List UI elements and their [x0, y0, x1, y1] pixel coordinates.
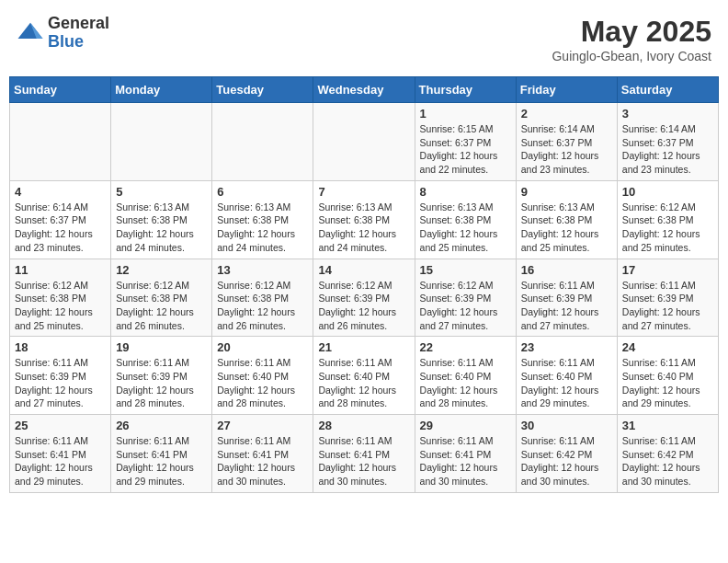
calendar-cell: 16Sunrise: 6:11 AM Sunset: 6:39 PM Dayli… [516, 259, 617, 337]
day-info: Sunrise: 6:11 AM Sunset: 6:41 PM Dayligh… [217, 434, 308, 488]
day-number: 11 [15, 263, 106, 277]
calendar-cell: 26Sunrise: 6:11 AM Sunset: 6:41 PM Dayli… [111, 415, 212, 493]
calendar-cell: 5Sunrise: 6:13 AM Sunset: 6:38 PM Daylig… [111, 180, 212, 259]
calendar-cell: 29Sunrise: 6:11 AM Sunset: 6:41 PM Dayli… [415, 415, 516, 493]
calendar-cell: 27Sunrise: 6:11 AM Sunset: 6:41 PM Dayli… [212, 415, 313, 493]
day-info: Sunrise: 6:13 AM Sunset: 6:38 PM Dayligh… [420, 201, 511, 255]
day-info: Sunrise: 6:11 AM Sunset: 6:42 PM Dayligh… [521, 434, 612, 488]
day-number: 1 [420, 107, 511, 121]
weekday-header: Saturday [617, 77, 718, 103]
weekday-header: Monday [111, 77, 212, 103]
logo-text: General Blue [48, 15, 109, 52]
calendar-cell [10, 103, 111, 181]
day-info: Sunrise: 6:12 AM Sunset: 6:38 PM Dayligh… [116, 279, 207, 333]
calendar-cell [212, 103, 313, 181]
day-number: 5 [116, 185, 207, 199]
calendar-week-row: 25Sunrise: 6:11 AM Sunset: 6:41 PM Dayli… [10, 415, 719, 493]
day-number: 23 [521, 340, 612, 354]
day-number: 13 [217, 263, 308, 277]
calendar-cell: 1Sunrise: 6:15 AM Sunset: 6:37 PM Daylig… [415, 103, 516, 181]
day-info: Sunrise: 6:11 AM Sunset: 6:41 PM Dayligh… [420, 434, 511, 488]
day-number: 29 [420, 419, 511, 432]
logo-general-text: General [48, 15, 109, 33]
calendar-cell: 30Sunrise: 6:11 AM Sunset: 6:42 PM Dayli… [516, 415, 617, 493]
calendar-cell: 4Sunrise: 6:14 AM Sunset: 6:37 PM Daylig… [10, 180, 111, 259]
calendar-cell: 21Sunrise: 6:11 AM Sunset: 6:40 PM Dayli… [313, 337, 415, 415]
day-number: 8 [420, 185, 511, 199]
title-block: May 2025 Guinglo-Gbean, Ivory Coast [552, 15, 711, 63]
logo: General Blue [17, 15, 109, 52]
day-number: 12 [116, 263, 207, 277]
calendar-week-row: 18Sunrise: 6:11 AM Sunset: 6:39 PM Dayli… [10, 337, 719, 415]
calendar-cell: 2Sunrise: 6:14 AM Sunset: 6:37 PM Daylig… [516, 103, 617, 181]
day-number: 14 [318, 263, 409, 277]
day-number: 26 [116, 419, 207, 432]
page-header: General Blue May 2025 Guinglo-Gbean, Ivo… [9, 9, 719, 69]
day-number: 6 [217, 185, 308, 199]
calendar-cell: 11Sunrise: 6:12 AM Sunset: 6:38 PM Dayli… [10, 259, 111, 337]
calendar-cell: 3Sunrise: 6:14 AM Sunset: 6:37 PM Daylig… [617, 103, 718, 181]
day-info: Sunrise: 6:11 AM Sunset: 6:39 PM Dayligh… [116, 356, 207, 410]
day-info: Sunrise: 6:13 AM Sunset: 6:38 PM Dayligh… [116, 201, 207, 255]
calendar-cell [111, 103, 212, 181]
day-number: 9 [521, 185, 612, 199]
day-number: 22 [420, 340, 511, 354]
weekday-header: Friday [516, 77, 617, 103]
calendar-cell: 6Sunrise: 6:13 AM Sunset: 6:38 PM Daylig… [212, 180, 313, 259]
calendar-table: SundayMondayTuesdayWednesdayThursdayFrid… [9, 76, 719, 493]
weekday-header: Wednesday [313, 77, 415, 103]
day-info: Sunrise: 6:11 AM Sunset: 6:40 PM Dayligh… [420, 356, 511, 410]
day-info: Sunrise: 6:11 AM Sunset: 6:41 PM Dayligh… [318, 434, 409, 488]
calendar-cell: 17Sunrise: 6:11 AM Sunset: 6:39 PM Dayli… [617, 259, 718, 337]
calendar-cell: 15Sunrise: 6:12 AM Sunset: 6:39 PM Dayli… [415, 259, 516, 337]
location-subtitle: Guinglo-Gbean, Ivory Coast [552, 49, 711, 63]
day-info: Sunrise: 6:11 AM Sunset: 6:39 PM Dayligh… [15, 356, 106, 410]
day-number: 19 [116, 340, 207, 354]
weekday-header: Sunday [10, 77, 111, 103]
calendar-cell: 25Sunrise: 6:11 AM Sunset: 6:41 PM Dayli… [10, 415, 111, 493]
calendar-cell: 28Sunrise: 6:11 AM Sunset: 6:41 PM Dayli… [313, 415, 415, 493]
day-info: Sunrise: 6:11 AM Sunset: 6:40 PM Dayligh… [318, 356, 409, 410]
calendar-cell: 8Sunrise: 6:13 AM Sunset: 6:38 PM Daylig… [415, 180, 516, 259]
day-info: Sunrise: 6:11 AM Sunset: 6:41 PM Dayligh… [15, 434, 106, 488]
day-info: Sunrise: 6:14 AM Sunset: 6:37 PM Dayligh… [15, 201, 106, 255]
day-number: 25 [15, 419, 106, 432]
calendar-week-row: 11Sunrise: 6:12 AM Sunset: 6:38 PM Dayli… [10, 259, 719, 337]
day-info: Sunrise: 6:11 AM Sunset: 6:40 PM Dayligh… [521, 356, 612, 410]
calendar-cell [313, 103, 415, 181]
calendar-cell: 14Sunrise: 6:12 AM Sunset: 6:39 PM Dayli… [313, 259, 415, 337]
day-number: 28 [318, 419, 409, 432]
day-number: 27 [217, 419, 308, 432]
logo-icon [17, 19, 44, 47]
day-info: Sunrise: 6:11 AM Sunset: 6:40 PM Dayligh… [622, 356, 713, 410]
calendar-cell: 18Sunrise: 6:11 AM Sunset: 6:39 PM Dayli… [10, 337, 111, 415]
day-info: Sunrise: 6:12 AM Sunset: 6:38 PM Dayligh… [217, 279, 308, 333]
day-info: Sunrise: 6:12 AM Sunset: 6:39 PM Dayligh… [318, 279, 409, 333]
day-number: 20 [217, 340, 308, 354]
calendar-cell: 9Sunrise: 6:13 AM Sunset: 6:38 PM Daylig… [516, 180, 617, 259]
day-info: Sunrise: 6:13 AM Sunset: 6:38 PM Dayligh… [521, 201, 612, 255]
day-number: 16 [521, 263, 612, 277]
day-number: 24 [622, 340, 713, 354]
day-info: Sunrise: 6:14 AM Sunset: 6:37 PM Dayligh… [622, 122, 713, 177]
day-number: 15 [420, 263, 511, 277]
weekday-header-row: SundayMondayTuesdayWednesdayThursdayFrid… [10, 77, 719, 103]
day-number: 3 [622, 107, 713, 121]
day-info: Sunrise: 6:12 AM Sunset: 6:38 PM Dayligh… [622, 201, 713, 255]
day-info: Sunrise: 6:13 AM Sunset: 6:38 PM Dayligh… [318, 201, 409, 255]
day-info: Sunrise: 6:14 AM Sunset: 6:37 PM Dayligh… [521, 122, 612, 177]
day-info: Sunrise: 6:11 AM Sunset: 6:42 PM Dayligh… [622, 434, 713, 488]
calendar-cell: 19Sunrise: 6:11 AM Sunset: 6:39 PM Dayli… [111, 337, 212, 415]
logo-blue-text: Blue [48, 33, 109, 52]
calendar-cell: 12Sunrise: 6:12 AM Sunset: 6:38 PM Dayli… [111, 259, 212, 337]
calendar-week-row: 4Sunrise: 6:14 AM Sunset: 6:37 PM Daylig… [10, 180, 719, 259]
weekday-header: Tuesday [212, 77, 313, 103]
day-info: Sunrise: 6:11 AM Sunset: 6:39 PM Dayligh… [622, 279, 713, 333]
day-info: Sunrise: 6:13 AM Sunset: 6:38 PM Dayligh… [217, 201, 308, 255]
day-info: Sunrise: 6:12 AM Sunset: 6:39 PM Dayligh… [420, 279, 511, 333]
day-info: Sunrise: 6:11 AM Sunset: 6:41 PM Dayligh… [116, 434, 207, 488]
day-number: 30 [521, 419, 612, 432]
day-info: Sunrise: 6:11 AM Sunset: 6:40 PM Dayligh… [217, 356, 308, 410]
calendar-cell: 31Sunrise: 6:11 AM Sunset: 6:42 PM Dayli… [617, 415, 718, 493]
day-number: 18 [15, 340, 106, 354]
